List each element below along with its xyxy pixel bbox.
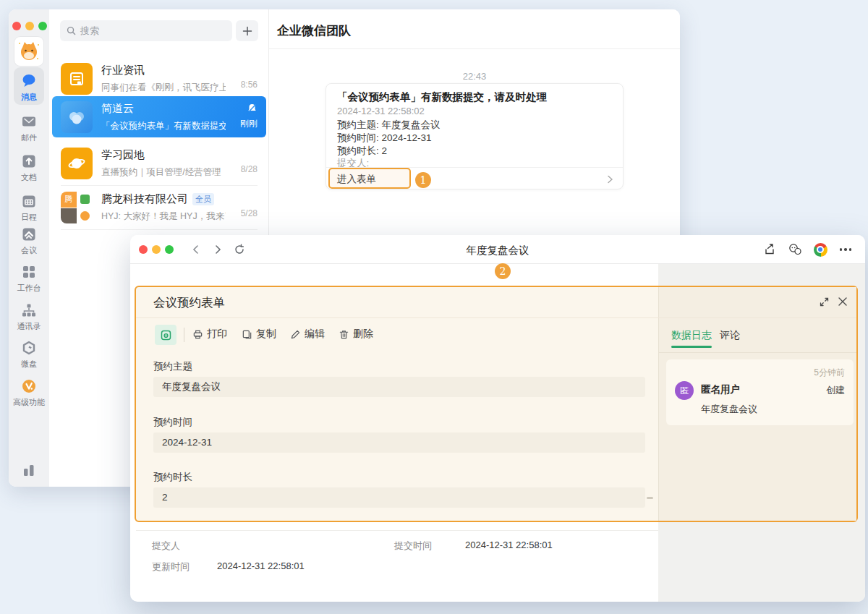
sidebar-item-contacts[interactable]: 通讯录 xyxy=(9,302,49,332)
learning-avatar xyxy=(61,148,93,179)
grid-icon xyxy=(20,263,38,281)
document-icon xyxy=(20,153,38,170)
bar-chart-icon xyxy=(20,461,38,479)
sidebar-item-schedule[interactable]: 日程 xyxy=(9,192,49,223)
divider xyxy=(61,229,258,230)
notification-message-card[interactable]: 「会议预约表单」有新数据提交，请及时处理 2024-12-31 22:58:02… xyxy=(326,83,624,189)
pencil-icon xyxy=(290,329,301,340)
share-icon[interactable] xyxy=(762,242,778,257)
field-label-subject: 预约主题 xyxy=(153,360,192,373)
drive-cube-icon xyxy=(20,339,38,357)
window-controls[interactable] xyxy=(12,22,47,30)
chevron-right-icon xyxy=(605,174,614,187)
chat-time: 刚刚 xyxy=(240,118,258,130)
all-members-badge: 全员 xyxy=(192,193,214,205)
chat-item-learning[interactable]: 学习园地 直播预约｜项目管理/经营管理「... 8/28 xyxy=(52,142,266,184)
form-preview-button[interactable] xyxy=(155,325,176,345)
print-label: 打印 xyxy=(207,328,227,341)
chat-preview: 「会议预约表单」有新数据提交... xyxy=(101,120,226,132)
tab-data-log[interactable]: 数据日志 xyxy=(671,329,712,342)
chat-preview: HYJ: 大家好！我是 HYJ，我来了。 xyxy=(101,210,226,223)
message-bubble-icon xyxy=(20,72,38,90)
chat-item-tenglong[interactable]: 腾 腾龙科技有限公司 全员 HYJ: 大家好！我是 HYJ，我来了。 5/28 xyxy=(52,187,266,228)
sidebar-item-messages[interactable]: 消息 xyxy=(9,72,49,103)
more-menu-icon[interactable] xyxy=(838,242,854,257)
print-button[interactable]: 打印 xyxy=(192,328,227,341)
avatar[interactable] xyxy=(14,37,43,66)
delete-button[interactable]: 删除 xyxy=(339,328,373,341)
field-value-subject[interactable]: 年度复盘会议 xyxy=(153,377,645,397)
update-time-label: 更新时间 xyxy=(152,560,190,574)
expand-icon[interactable] xyxy=(817,295,830,308)
cat-avatar-icon xyxy=(17,39,41,64)
divider xyxy=(184,328,184,342)
card-line-time: 预约时间: 2024-12-31 xyxy=(337,132,432,145)
copy-button[interactable]: 复制 xyxy=(242,328,276,341)
zoom-window-button[interactable] xyxy=(38,22,47,30)
field-value-duration[interactable]: 2 xyxy=(153,487,645,508)
sidebar-item-label: 消息 xyxy=(21,92,37,103)
close-icon[interactable] xyxy=(836,295,849,308)
sidebar-item-stats[interactable] xyxy=(9,461,49,479)
annotation-box-1 xyxy=(328,168,411,189)
field-value-time[interactable]: 2024-12-31 xyxy=(153,432,645,453)
sidebar-item-label: 日程 xyxy=(21,212,37,223)
chat-preview: 直播预约｜项目管理/经营管理「... xyxy=(101,166,226,179)
sidebar-item-label: 文档 xyxy=(21,172,37,183)
form-detail-modal: 会议预约表单 打印 复制 编辑 删除 预约主题 年度复盘会议 xyxy=(135,286,858,522)
edit-button[interactable]: 编辑 xyxy=(290,328,325,341)
log-detail: 年度复盘会议 xyxy=(701,403,757,416)
log-entry-card: 5分钟前 匿 匿名用户 创建 年度复盘会议 xyxy=(666,359,854,425)
chat-item-jiandaoyun[interactable]: 简道云 「会议预约表单」有新数据提交... 刚刚 xyxy=(52,96,266,137)
chat-title: 企业微信团队 xyxy=(277,22,351,39)
minimize-window-button[interactable] xyxy=(25,22,34,30)
wechat-bubbles-icon[interactable] xyxy=(787,242,803,257)
sidebar-item-label: 高级功能 xyxy=(13,397,45,408)
field-label-duration: 预约时长 xyxy=(153,471,192,484)
sidebar-item-workbench[interactable]: 工作台 xyxy=(9,263,49,294)
annotation-badge-1: 1 xyxy=(415,172,431,188)
jiandaoyun-avatar xyxy=(61,101,93,133)
add-chat-button[interactable] xyxy=(236,20,258,41)
sidebar-item-label: 通讯录 xyxy=(17,321,41,332)
org-tree-icon xyxy=(20,302,38,319)
copy-label: 复制 xyxy=(256,328,276,341)
field-label-time: 预约时间 xyxy=(153,416,192,429)
search-icon xyxy=(67,26,76,35)
search-input[interactable]: 搜索 xyxy=(60,20,232,41)
desktop: { "colors": { "accent_orange": "#EFA033"… xyxy=(0,0,868,614)
chat-name: 简道云 xyxy=(101,102,226,116)
sidebar-item-docs[interactable]: 文档 xyxy=(9,153,49,183)
sidebar-item-advanced[interactable]: 高级功能 xyxy=(9,378,49,408)
advanced-features-icon xyxy=(20,378,38,395)
sidebar-item-label: 微盘 xyxy=(21,359,37,370)
chat-item-industry-news[interactable]: 行业资讯 同事们在看《刚刚，讯飞医疗上... 8:56 xyxy=(52,58,266,99)
chrome-icon[interactable] xyxy=(812,242,828,257)
card-title: 「会议预约表单」有新数据提交，请及时处理 xyxy=(337,90,614,104)
copy-icon xyxy=(242,329,252,340)
chat-name: 学习园地 xyxy=(101,148,226,162)
sidebar-item-label: 会议 xyxy=(21,245,37,256)
calendar-icon xyxy=(20,192,38,210)
app-sidebar: 消息 邮件 文档 日程 会议 xyxy=(9,9,49,487)
sidebar-item-label: 工作台 xyxy=(17,283,41,294)
plus-icon xyxy=(242,26,252,36)
tab-comment[interactable]: 评论 xyxy=(720,329,740,342)
log-time-ago: 5分钟前 xyxy=(814,367,845,379)
sidebar-item-meeting[interactable]: 会议 xyxy=(9,226,49,256)
form-modal-title: 会议预约表单 xyxy=(153,295,225,311)
delete-label: 删除 xyxy=(353,328,373,341)
sidebar-item-drive[interactable]: 微盘 xyxy=(9,339,49,370)
close-window-button[interactable] xyxy=(12,22,21,30)
active-tab-underline xyxy=(671,346,712,348)
scrollbar-thumb[interactable] xyxy=(647,497,653,499)
chat-time: 8:56 xyxy=(241,80,258,90)
sidebar-item-mail[interactable]: 邮件 xyxy=(9,113,49,143)
chat-header: 企业微信团队 xyxy=(269,9,680,49)
tenglong-group-avatar: 腾 xyxy=(61,192,93,223)
chat-time: 8/28 xyxy=(241,164,258,174)
browser-titlebar: 年度复盘会议 xyxy=(130,235,865,264)
trash-icon xyxy=(339,329,349,340)
sidebar-item-label: 邮件 xyxy=(21,132,37,143)
submit-time-label: 提交时间 xyxy=(394,540,432,553)
